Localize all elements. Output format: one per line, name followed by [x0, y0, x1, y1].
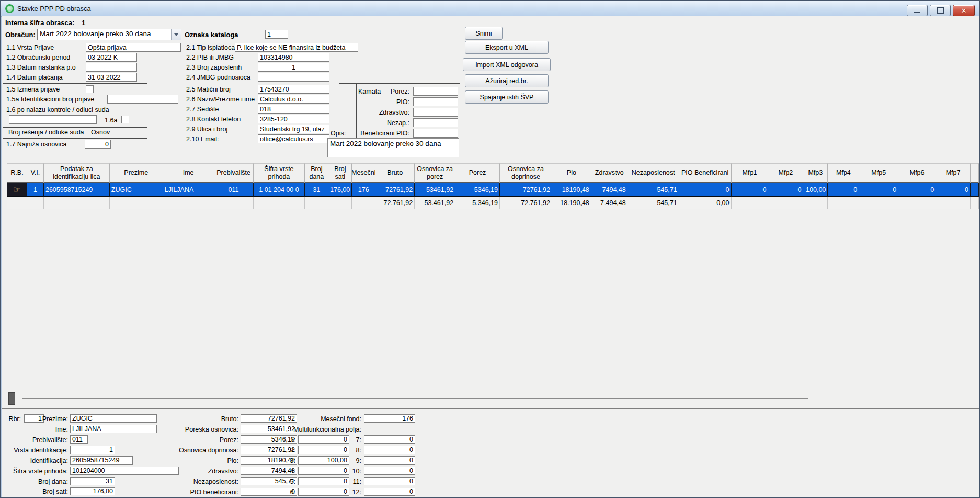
sifra-vrste-prihoda-input[interactable]	[70, 467, 179, 475]
cell-osnovica-za-doprinose[interactable]: 72761,92	[500, 183, 552, 197]
oznaka-kataloga-input[interactable]	[265, 30, 288, 39]
f27-sediste-input[interactable]	[258, 105, 329, 114]
table-row[interactable]: ☞12605958715249ZUGICLJILJANA0111 01 204 …	[7, 183, 979, 197]
cell-mfp5[interactable]: 0	[859, 183, 898, 197]
mfp-7-input[interactable]	[364, 435, 415, 444]
column-header-mfp3[interactable]: Mfp3	[803, 163, 828, 183]
column-header-mese-ni[interactable]: Mesečni	[352, 163, 375, 183]
f16a-checkbox[interactable]	[121, 116, 129, 123]
cell-porez[interactable]: 5346,19	[455, 183, 500, 197]
kamata-nezap-input[interactable]	[413, 118, 458, 127]
column-header-mfp6[interactable]: Mfp6	[898, 163, 936, 183]
prezime-input[interactable]	[70, 414, 157, 423]
mfp-4-input[interactable]	[298, 467, 349, 475]
amount-bruto-input[interactable]	[241, 414, 297, 423]
cell-mfp3[interactable]: 100,00	[803, 183, 828, 197]
f28-kontakt-telefon-input[interactable]	[258, 115, 329, 123]
column-header-porez[interactable]: Porez	[455, 163, 500, 183]
mesecni-fond-input[interactable]	[364, 414, 415, 423]
mfp-2-input[interactable]	[298, 446, 349, 454]
column-header-prebivali-te[interactable]: Prebivalište	[214, 163, 254, 183]
ime-input[interactable]	[70, 425, 157, 433]
minimize-button[interactable]	[907, 5, 928, 16]
cell-podatak-za-identifikaciju-lica[interactable]: 2605958715249	[44, 183, 110, 197]
opis-textarea[interactable]: Mart 2022 bolovanje preko 30 dana	[327, 138, 459, 157]
f26-naziv-input[interactable]	[258, 95, 329, 104]
column-header-zdravstvo[interactable]: Zdravstvo	[591, 163, 628, 183]
mfp-10-input[interactable]	[364, 467, 415, 475]
column-header-podatak-za-identifikaciju-lica[interactable]: Podatak za identifikaciju lica	[44, 163, 110, 183]
mfp-6-input[interactable]	[298, 488, 349, 496]
cell-mese-ni[interactable]: 176	[352, 183, 375, 197]
column-header-osnovica-za-porez[interactable]: Osnovica za porez	[415, 163, 455, 183]
column-header-mfp5[interactable]: Mfp5	[859, 163, 898, 183]
column-header-mfp4[interactable]: Mfp4	[828, 163, 859, 183]
cell-ime[interactable]: LJILJANA	[163, 183, 214, 197]
f16-input[interactable]	[9, 115, 97, 124]
cell-mfp7[interactable]: 0	[936, 183, 971, 197]
column-header-mfp1[interactable]: Mfp1	[732, 163, 769, 183]
chevron-down-icon[interactable]	[171, 29, 181, 40]
f21-tip-isplatioca-field[interactable]: P. lice koje se NE finansira iz budžeta	[235, 43, 358, 52]
cell-prezime[interactable]: ZUGIC	[110, 183, 163, 197]
f13-datum-nastanka-input[interactable]	[86, 63, 137, 72]
cell-zdravstvo[interactable]: 7494,48	[591, 183, 628, 197]
f25-maticni-broj-input[interactable]	[258, 85, 329, 94]
mfp-1-input[interactable]	[298, 435, 349, 444]
f210-email-input[interactable]	[258, 134, 329, 143]
f22-pib-input[interactable]	[258, 53, 329, 62]
cell-prebivali-te[interactable]: 011	[214, 183, 254, 197]
mfp-8-input[interactable]	[364, 446, 415, 454]
cell-broj-dana[interactable]: 31	[305, 183, 328, 197]
broj-dana-input[interactable]	[70, 477, 115, 485]
kamata-porez-input[interactable]	[413, 87, 458, 96]
identifikacija-input[interactable]	[70, 456, 133, 465]
f24-jmbg-podnosioca-input[interactable]	[258, 73, 329, 82]
maximize-button[interactable]	[930, 5, 951, 16]
column-header-broj-sati[interactable]: Broj sati	[328, 163, 352, 183]
column-header-nezaposlenost[interactable]: Nezaposlenost	[628, 163, 679, 183]
mfp-3-input[interactable]	[298, 456, 349, 465]
f23-broj-zaposlenih-input[interactable]	[258, 63, 329, 72]
f14-datum-placanja-input[interactable]	[86, 73, 137, 82]
row-selector-cell[interactable]: ☞	[7, 183, 27, 197]
column-header-pio[interactable]: Pio	[552, 163, 591, 183]
broj-sati-input[interactable]	[70, 487, 115, 495]
cell-osnovica-za-porez[interactable]: 53461,92	[415, 183, 455, 197]
cell-nezaposlenost[interactable]: 545,71	[628, 183, 679, 197]
cell-pio[interactable]: 18190,48	[552, 183, 591, 197]
prebivaliste-input[interactable]	[70, 435, 88, 444]
kamata-zdravstvo-input[interactable]	[413, 108, 458, 117]
button-spajanje-istih-svp[interactable]: Spajanje istih ŠVP	[465, 90, 549, 104]
obracun-dropdown[interactable]: Mart 2022 bolovanje preko 30 dana	[37, 29, 181, 40]
f11-vrsta-prijave-input[interactable]	[86, 43, 181, 52]
vrsta-identifikacije-input[interactable]	[70, 446, 115, 454]
f12-obracunski-period-input[interactable]	[86, 53, 137, 62]
mfp-12-input[interactable]	[364, 488, 415, 496]
mfp-5-input[interactable]	[298, 477, 349, 485]
cell-mfp2[interactable]: 0	[768, 183, 803, 197]
f15a-identifikacioni-broj-input[interactable]	[107, 95, 178, 104]
column-header-prezime[interactable]: Prezime	[110, 163, 163, 183]
button-eksport-u-xml[interactable]: Eksport u XML	[465, 41, 549, 54]
cell-ifra-vrste-prihoda[interactable]: 1 01 204 00 0	[254, 183, 305, 197]
cell-bruto[interactable]: 72761,92	[375, 183, 415, 197]
column-header-bruto[interactable]: Bruto	[375, 163, 415, 183]
column-header-mfp2[interactable]: Mfp2	[768, 163, 803, 183]
cell-v-i[interactable]: 1	[27, 183, 44, 197]
f17-najniza-osnovica-input[interactable]	[85, 140, 111, 149]
cell-broj-sati[interactable]: 176,00	[328, 183, 352, 197]
column-header-v-i[interactable]: V.I.	[27, 163, 44, 183]
cell-mfp1[interactable]: 0	[732, 183, 769, 197]
kamata-pio-input[interactable]	[413, 97, 458, 106]
button-snimi[interactable]: Snimi	[465, 27, 503, 40]
cell-pio-beneficirani[interactable]: 0	[679, 183, 732, 197]
column-header-mfp7[interactable]: Mfp7	[936, 163, 971, 183]
column-header-ifra-vrste-prihoda[interactable]: Šifra vrste prihoda	[254, 163, 305, 183]
mfp-11-input[interactable]	[364, 477, 415, 485]
button-azuriraj-red-br[interactable]: Ažuriraj red.br.	[465, 74, 549, 87]
column-header-pio-beneficirani[interactable]: PIO Beneficirani	[679, 163, 732, 183]
titlebar[interactable]: Stavke PPP PD obrasca ✕	[1, 1, 979, 17]
cell-mfp6[interactable]: 0	[898, 183, 936, 197]
column-header-ime[interactable]: Ime	[163, 163, 214, 183]
